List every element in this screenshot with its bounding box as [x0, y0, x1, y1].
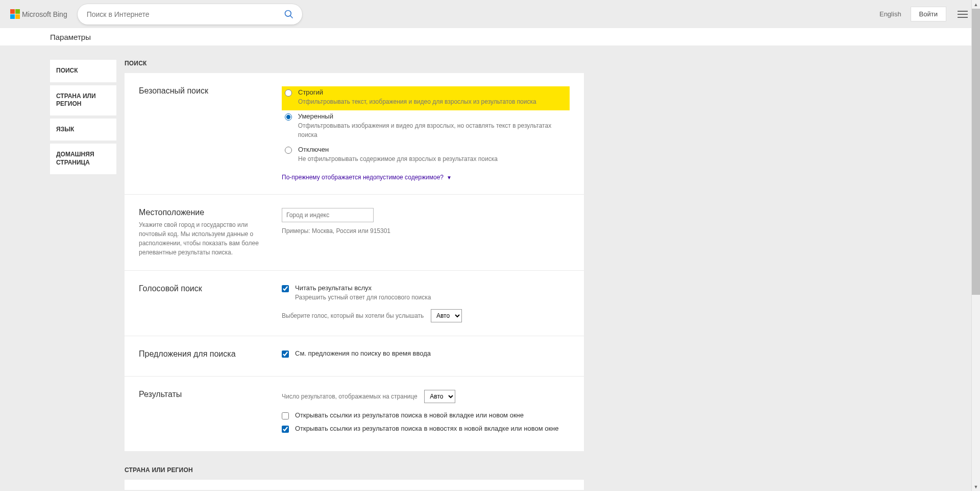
results-news-newtab-option[interactable]: Открывать ссылки из результатов поиска в…	[282, 425, 570, 433]
search-icon	[284, 9, 294, 19]
radio-off-sub: Не отфильтровывать содержимое для взросл…	[298, 154, 498, 163]
section-heading-search: ПОИСК	[125, 60, 584, 67]
radio-strict-label: Строгий	[298, 88, 536, 96]
header: Microsoft Bing English Войти	[0, 0, 980, 28]
signin-button[interactable]: Войти	[911, 7, 946, 21]
language-link[interactable]: English	[879, 10, 901, 18]
sidebar: ПОИСК СТРАНА ИЛИ РЕГИОН ЯЗЫК ДОМАШНЯЯ СТ…	[50, 60, 116, 174]
svg-point-0	[285, 10, 291, 16]
scroll-thumb[interactable]	[972, 9, 980, 295]
radio-off[interactable]	[285, 147, 292, 154]
chevron-down-icon: ▼	[447, 175, 452, 180]
microsoft-logo-icon	[10, 9, 20, 19]
checkbox-suggestions[interactable]	[282, 350, 289, 358]
voice-select[interactable]: Авто	[431, 309, 462, 322]
panel-region	[125, 480, 584, 490]
scrollbar[interactable]: ▲ ▼	[971, 0, 980, 491]
radio-strict[interactable]	[285, 89, 292, 97]
sidebar-item-region[interactable]: СТРАНА ИЛИ РЕГИОН	[50, 85, 116, 115]
location-helper: Примеры: Москва, Россия или 915301	[282, 227, 570, 235]
results-newtab-label: Открывать ссылки из результатов поиска в…	[295, 411, 524, 419]
safesearch-option-strict[interactable]: Строгий Отфильтровывать текст, изображен…	[282, 86, 570, 110]
radio-moderate[interactable]	[285, 113, 292, 121]
safesearch-title: Безопасный поиск	[139, 86, 274, 96]
page-title: Параметры	[50, 33, 91, 41]
suggestions-check-label: См. предложения по поиску во время ввода	[295, 349, 431, 357]
safesearch-option-off[interactable]: Отключен Не отфильтровывать содержимое д…	[282, 144, 570, 168]
scroll-up-icon[interactable]: ▲	[972, 0, 980, 9]
radio-off-label: Отключен	[298, 146, 498, 153]
sidebar-item-search[interactable]: ПОИСК	[50, 60, 116, 82]
scroll-down-icon[interactable]: ▼	[972, 482, 980, 491]
search-box	[78, 4, 302, 25]
main: ПОИСК Безопасный поиск Строгий Отфильтро…	[125, 60, 584, 491]
panel-search: Безопасный поиск Строгий Отфильтровывать…	[125, 73, 584, 451]
results-newtab-option[interactable]: Открывать ссылки из результатов поиска в…	[282, 411, 570, 419]
results-count-select[interactable]: Авто	[424, 390, 455, 403]
checkbox-news-newtab[interactable]	[282, 426, 289, 433]
search-button[interactable]	[279, 4, 299, 25]
search-input[interactable]	[87, 10, 279, 18]
setting-suggestions: Предложения для поиска См. предложения п…	[125, 336, 584, 377]
location-title: Местоположение	[139, 208, 274, 217]
voice-select-label: Выберите голос, который вы хотели бы усл…	[282, 312, 424, 319]
breadcrumb: Параметры	[0, 28, 980, 45]
safesearch-option-moderate[interactable]: Умеренный Отфильтровывать изображения и …	[282, 110, 570, 144]
results-title: Результаты	[139, 390, 274, 399]
radio-strict-sub: Отфильтровывать текст, изображения и вид…	[298, 97, 536, 106]
voice-check-label: Читать результаты вслух	[295, 284, 431, 292]
checkbox-newtab[interactable]	[282, 412, 289, 419]
hamburger-menu-icon[interactable]	[955, 9, 970, 20]
setting-location: Местоположение Укажите свой город и госу…	[125, 195, 584, 271]
sidebar-item-homepage[interactable]: ДОМАШНЯЯ СТРАНИЦА	[50, 144, 116, 174]
content: ПОИСК СТРАНА ИЛИ РЕГИОН ЯЗЫК ДОМАШНЯЯ СТ…	[0, 45, 980, 491]
svg-line-1	[290, 15, 292, 18]
results-news-newtab-label: Открывать ссылки из результатов поиска в…	[295, 425, 559, 432]
suggestions-option[interactable]: См. предложения по поиску во время ввода	[282, 349, 570, 358]
logo[interactable]: Microsoft Bing	[10, 9, 67, 19]
setting-results: Результаты Число результатов, отображаем…	[125, 377, 584, 451]
header-right: English Войти	[879, 7, 970, 21]
location-desc: Укажите свой город и государство или поч…	[139, 220, 274, 257]
voice-title: Голосовой поиск	[139, 284, 274, 293]
voice-check-sub: Разрешить устный ответ для голосового по…	[295, 293, 431, 302]
radio-moderate-label: Умеренный	[298, 112, 567, 120]
safesearch-help-link[interactable]: По-прежнему отображается недопустимое со…	[282, 174, 570, 181]
suggestions-title: Предложения для поиска	[139, 349, 274, 359]
checkbox-read-aloud[interactable]	[282, 285, 289, 292]
location-input[interactable]	[282, 208, 374, 222]
setting-safesearch: Безопасный поиск Строгий Отфильтровывать…	[125, 73, 584, 195]
sidebar-item-language[interactable]: ЯЗЫК	[50, 119, 116, 141]
radio-moderate-sub: Отфильтровывать изображения и видео для …	[298, 121, 567, 139]
section-heading-region: СТРАНА ИЛИ РЕГИОН	[125, 466, 584, 474]
voice-read-aloud[interactable]: Читать результаты вслух Разрешить устный…	[282, 284, 570, 302]
results-count-label: Число результатов, отображаемых на стран…	[282, 393, 418, 400]
logo-text: Microsoft Bing	[22, 10, 67, 18]
setting-voice: Голосовой поиск Читать результаты вслух …	[125, 271, 584, 336]
